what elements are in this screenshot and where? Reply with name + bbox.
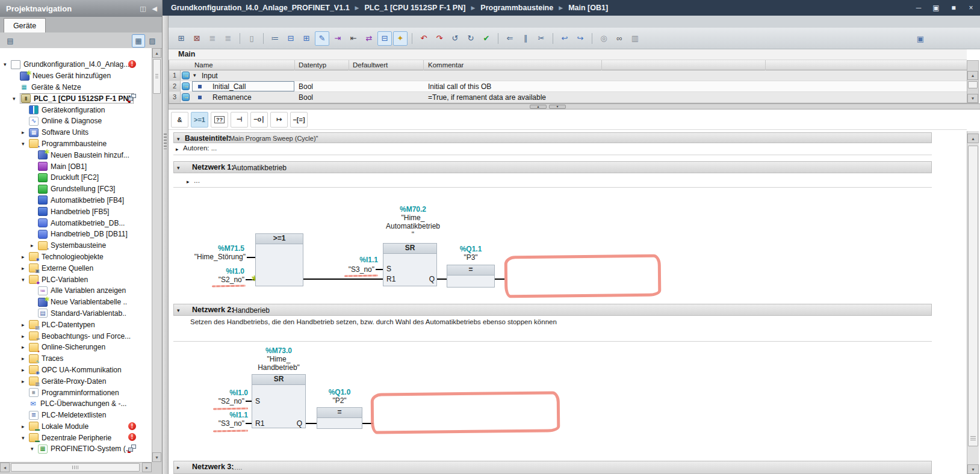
scroll-thumb[interactable]	[968, 81, 978, 88]
insert-separator-icon[interactable]: ∥	[518, 31, 533, 46]
jump-forward-icon[interactable]: ↪	[573, 31, 588, 46]
authors-row[interactable]: ▸ Autoren: ...	[173, 143, 932, 155]
open-element-icon[interactable]: ▨	[146, 34, 159, 48]
expand-arrow-icon[interactable]: ▾	[22, 277, 29, 283]
assignment-coil-block[interactable]: =	[317, 407, 362, 429]
tree-vertical-scrollbar[interactable]: ▴ ▾	[152, 48, 161, 462]
column-header-name[interactable]: Name	[194, 61, 213, 69]
block-protection-icon[interactable]: ▥	[628, 31, 642, 46]
tab-geraete[interactable]: Geräte	[4, 18, 46, 33]
network-1-title[interactable]: Automatikbetrieb	[232, 164, 287, 172]
cell-datentyp[interactable]: Bool	[299, 93, 313, 102]
scroll-up-icon[interactable]: ▴	[967, 134, 979, 143]
assignment-favorite[interactable]: −[=]	[290, 112, 308, 128]
network-2-comment-row[interactable]: Setzen des Handbetriebs, die den Handbet…	[173, 316, 932, 342]
table-row[interactable]: 2Initial_CallBoolInitial call of this OB	[169, 81, 967, 92]
splitter-collapse-down-icon[interactable]: ▼	[549, 105, 566, 109]
sr-operand-name-line2[interactable]: Handbetrieb"	[246, 363, 312, 372]
network-1-header[interactable]: ▾ Netzwerk 1: Automatikbetrieb	[173, 161, 932, 173]
update-calls-icon[interactable]: ↺	[448, 31, 462, 46]
consistency-check-icon[interactable]: ✔	[479, 31, 494, 46]
scroll-right-icon[interactable]: ▸	[142, 463, 152, 472]
collapse-panel-icon[interactable]: ◀	[152, 5, 157, 13]
tree-item[interactable]: ▸OPC UA-Kommunikation	[0, 365, 152, 376]
tree-item[interactable]: ▸Lokale Module!	[0, 421, 152, 432]
tree-item[interactable]: ▸PLC-Datentypen	[0, 319, 152, 330]
and-box-favorite[interactable]: &	[171, 112, 188, 128]
tree-item[interactable]: Geräte & Netze	[0, 82, 152, 93]
operand-name[interactable]: "S2_no"	[181, 397, 244, 405]
scroll-down-icon[interactable]: ▾	[967, 94, 978, 103]
expand-arrow-icon[interactable]: ▸	[22, 367, 29, 373]
cell-name[interactable]: Initial_Call	[212, 82, 246, 91]
coil-operand-name[interactable]: "P3"	[447, 253, 495, 262]
scroll-up-icon[interactable]: ▴	[152, 48, 161, 58]
splitter-collapse-up-icon[interactable]: ▲	[530, 105, 547, 109]
favorites-toggle-icon[interactable]: ✦	[393, 31, 408, 46]
assignment-coil-block[interactable]: =	[447, 265, 495, 288]
panel-splitter[interactable]	[163, 16, 169, 474]
breadcrumb-segment[interactable]: Main [OB1]	[568, 4, 608, 12]
breadcrumb-segment[interactable]: PLC_1 [CPU 1512SP F-1 PN]	[365, 4, 466, 12]
or-box-favorite[interactable]: >=1	[191, 112, 208, 128]
cell-name[interactable]: Input	[202, 72, 218, 80]
collapse-icon[interactable]: ▾	[177, 165, 180, 171]
code-vertical-scrollbar[interactable]: ▴ ▾	[967, 131, 979, 474]
network-comments-icon[interactable]: ✎	[315, 31, 329, 46]
coil-operand-address[interactable]: %Q1.0	[317, 388, 362, 396]
operand-address[interactable]: %I1.1	[187, 411, 248, 419]
next-error-icon[interactable]: ↷	[432, 31, 447, 46]
reset-start-values-icon[interactable]: ▯	[244, 31, 259, 46]
tree-item[interactable]: Handbetrieb [FB5]	[0, 206, 152, 217]
tree-item[interactable]: PLC-Meldetextlisten	[0, 410, 152, 421]
absolute-symbolic-icon[interactable]: ≔	[268, 31, 282, 46]
jump-back-icon[interactable]: ↩	[557, 31, 572, 46]
tree-item[interactable]: ▸Technologieobjekte	[0, 251, 152, 263]
expand-arrow-icon[interactable]: ▸	[22, 378, 29, 384]
tree-item[interactable]: Grundstellung [FC3]	[0, 183, 152, 195]
expand-icon[interactable]: ▸	[176, 146, 179, 152]
expand-arrow-icon[interactable]: ▸	[31, 242, 38, 248]
network-2-title[interactable]: Handberieb	[232, 306, 270, 315]
delete-separator-icon[interactable]: ✂	[534, 31, 548, 46]
negated-input-favorite[interactable]: −o∣	[250, 112, 268, 128]
column-header-datentyp[interactable]: Datentyp	[299, 61, 326, 69]
operand-address[interactable]: %I1.1	[313, 256, 378, 264]
network-3-header[interactable]: ▸ Netzwerk 3: .....	[173, 461, 932, 474]
tree-item[interactable]: ▾Dezentrale Peripherie!	[0, 432, 152, 443]
block-title-value[interactable]: "Main Program Sweep (Cycle)"	[227, 135, 318, 142]
tree-item[interactable]: ▸Traces	[0, 353, 152, 365]
column-header-defaultwert[interactable]: Defaultwert	[353, 61, 388, 69]
previous-error-icon[interactable]: ↶	[417, 31, 431, 46]
free-form-comments-icon[interactable]: ⊟	[377, 31, 392, 46]
collapse-networks-icon[interactable]: ⊞	[299, 31, 314, 46]
operand-name[interactable]: "Hime_Störung"	[175, 253, 246, 261]
tree-item[interactable]: ▾PLC-Variablen	[0, 274, 152, 285]
delete-network-icon[interactable]: ⊠	[190, 31, 204, 46]
table-row[interactable]: 1▾Input	[169, 70, 967, 81]
collapse-icon[interactable]: ▾	[177, 307, 180, 313]
ff-usage-icon[interactable]: ⇥	[330, 31, 345, 46]
expand-arrow-icon[interactable]: ▾	[4, 61, 11, 67]
sr-operand-name-line1[interactable]: "Hime_	[365, 214, 461, 222]
operand-address[interactable]: %I1.0	[181, 267, 244, 275]
empty-box-favorite[interactable]: ??	[211, 112, 228, 128]
table-vertical-scrollbar[interactable]: ▴ ▾	[967, 60, 979, 103]
sr-operand-name-line1[interactable]: "Hime_	[246, 355, 312, 363]
cell-kommentar[interactable]: =True, if remanent data are available	[428, 93, 546, 102]
tree-item[interactable]: Standard-Variablentab..	[0, 308, 152, 319]
tree-item[interactable]: Automatikbetrieb [FB4]	[0, 195, 152, 206]
tree-item[interactable]: Neuen Baustein hinzuf...	[0, 149, 152, 161]
tree-horizontal-scrollbar[interactable]: ◂ ▸	[0, 462, 152, 472]
operand-name[interactable]: "S3_no"	[181, 419, 244, 428]
scroll-thumb[interactable]	[11, 463, 140, 472]
cell-name[interactable]: Remanence	[212, 93, 252, 102]
scroll-thumb[interactable]	[153, 59, 161, 94]
monitor-glasses-icon[interactable]: ∞	[612, 31, 627, 46]
insert-input-favorite[interactable]: ⊣	[231, 112, 248, 128]
breadcrumb-segment[interactable]: Grundkonfiguration_I4.0_Anlage_PROFINET_…	[171, 4, 350, 12]
tree-item[interactable]: Gerätekonfiguration	[0, 104, 152, 115]
expand-arrow-icon[interactable]: ▸	[22, 344, 29, 350]
tree-item[interactable]: Druckluft [FC2]	[0, 172, 152, 183]
expand-arrow-icon[interactable]: ▸	[22, 265, 29, 271]
